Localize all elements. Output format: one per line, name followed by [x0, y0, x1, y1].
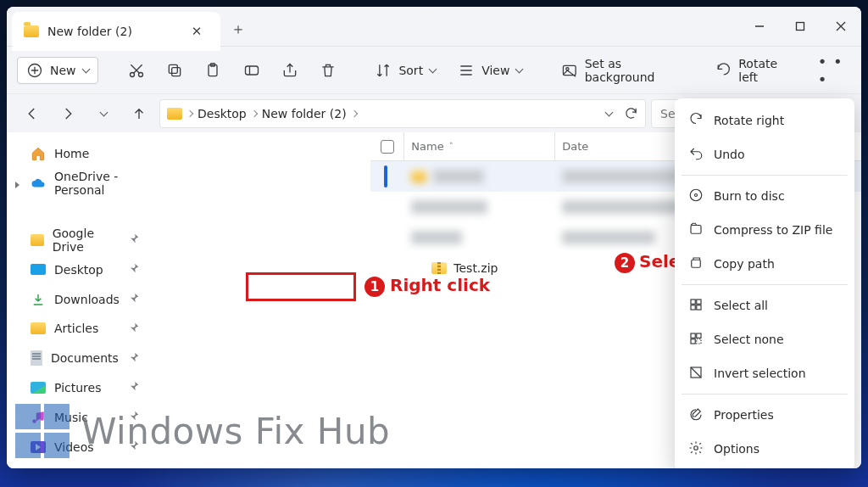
svg-rect-18	[691, 305, 695, 309]
delete-button[interactable]	[311, 55, 344, 86]
svg-rect-9	[564, 65, 576, 75]
chevron-right-icon	[350, 109, 357, 116]
sidebar-item-label: Articles	[54, 322, 98, 335]
new-button[interactable]: New	[17, 57, 98, 84]
sidebar-item-label: OneDrive - Personal	[54, 170, 140, 197]
sidebar-item-home[interactable]: Home	[7, 139, 152, 169]
set-background-button[interactable]: Set as background	[553, 55, 702, 86]
set-background-label: Set as background	[585, 57, 693, 84]
menu-invert[interactable]: Invert selection	[680, 356, 849, 390]
share-button[interactable]	[273, 55, 306, 86]
view-button[interactable]: View	[449, 55, 531, 86]
view-label: View	[481, 64, 509, 77]
trash-icon	[320, 62, 337, 79]
select-all-icon	[688, 297, 704, 315]
active-tab[interactable]: New folder (2) ✕	[12, 12, 220, 51]
up-button[interactable]	[124, 98, 154, 129]
crumb-desktop[interactable]: Desktop	[198, 107, 247, 120]
cut-button[interactable]	[120, 55, 153, 86]
annotation-step-2: 2	[615, 253, 635, 273]
annotation-box-file	[246, 272, 356, 301]
copy-button[interactable]	[159, 55, 192, 86]
menu-item-label: Compress to ZIP file	[714, 223, 832, 237]
paste-button[interactable]	[197, 55, 230, 86]
menu-rotate-right[interactable]: Rotate right	[680, 104, 849, 137]
svg-rect-22	[691, 339, 695, 343]
folder-icon	[411, 171, 426, 182]
sidebar-item-onedrive-personal[interactable]: OneDrive - Personal	[7, 169, 152, 199]
invert-icon	[688, 365, 704, 383]
rotate-right-icon	[688, 112, 704, 130]
chevron-right-icon	[251, 109, 258, 116]
maximize-button[interactable]	[780, 7, 821, 46]
svg-rect-16	[691, 299, 695, 304]
select-all-checkbox[interactable]	[370, 132, 404, 160]
crumb-folder[interactable]: New folder (2)	[262, 107, 347, 120]
annotation-step-1: 1	[364, 277, 385, 297]
chevron-down-icon	[429, 64, 437, 73]
rotate-left-button[interactable]: Rotate left	[707, 55, 808, 86]
watermark-text: Windows Fix Hub	[81, 411, 390, 452]
menu-item-label: Invert selection	[714, 367, 806, 380]
annotation-text-1: Right click	[390, 275, 490, 295]
more-button[interactable]: • • •	[818, 55, 851, 86]
svg-rect-23	[697, 339, 701, 343]
rotate-left-label: Rotate left	[738, 57, 798, 84]
sidebar-item-google-drive[interactable]: Google Drive	[7, 225, 152, 255]
menu-separator	[682, 394, 848, 395]
sidebar-item-documents[interactable]: Documents	[7, 344, 152, 373]
menu-options[interactable]: Options	[680, 432, 849, 466]
minimize-button[interactable]	[739, 7, 780, 46]
column-name[interactable]: Name˄	[404, 132, 555, 160]
image-icon	[561, 62, 578, 79]
new-tab-button[interactable]: ＋	[220, 12, 256, 46]
pin-icon	[128, 351, 140, 366]
pin-icon	[128, 292, 140, 306]
sidebar-item-downloads[interactable]: Downloads	[7, 284, 152, 314]
sidebar-item-label: Pictures	[54, 381, 101, 395]
rotate-left-icon	[715, 62, 732, 79]
back-button[interactable]	[17, 98, 47, 129]
context-menu: Rotate right Undo Burn to disc Compress …	[675, 98, 854, 468]
clipboard-icon	[204, 62, 221, 79]
chevron-down-icon[interactable]	[605, 108, 614, 116]
copy-path-icon	[688, 255, 704, 273]
menu-select-none[interactable]: Select none	[680, 322, 849, 356]
svg-rect-19	[697, 305, 701, 309]
rename-icon	[243, 62, 260, 79]
svg-rect-4	[172, 67, 181, 76]
close-window-button[interactable]	[821, 7, 861, 46]
sort-button[interactable]: Sort	[366, 55, 444, 86]
pin-icon	[128, 322, 140, 336]
sort-icon	[375, 62, 392, 79]
breadcrumb[interactable]: Desktop New folder (2)	[159, 99, 646, 128]
select-none-icon	[688, 331, 704, 349]
forward-button[interactable]	[53, 98, 83, 129]
rename-button[interactable]	[235, 55, 268, 86]
command-bar: New Sort View Set as background Rotate l…	[7, 46, 861, 93]
menu-copy-path[interactable]: Copy path	[680, 247, 849, 281]
menu-undo[interactable]: Undo	[680, 137, 849, 171]
menu-zip[interactable]: Compress to ZIP file	[680, 213, 849, 247]
menu-disc[interactable]: Burn to disc	[680, 179, 849, 213]
menu-select-all[interactable]: Select all	[680, 288, 849, 322]
menu-item-label: Undo	[714, 148, 745, 161]
new-button-label: New	[50, 64, 76, 77]
sidebar-item-label: Downloads	[54, 293, 120, 306]
menu-item-label: Burn to disc	[714, 189, 785, 203]
close-tab-button[interactable]: ✕	[185, 20, 209, 43]
pin-icon	[128, 232, 140, 247]
options-icon	[688, 440, 704, 458]
tab-title: New folder (2)	[47, 25, 176, 38]
refresh-icon[interactable]	[624, 106, 638, 120]
sidebar-item-pictures[interactable]: Pictures	[7, 373, 152, 403]
menu-properties[interactable]: Properties	[680, 398, 849, 432]
svg-rect-0	[797, 23, 804, 31]
recent-button[interactable]	[88, 98, 119, 129]
sidebar-item-label: Home	[54, 147, 89, 160]
menu-item-label: Properties	[714, 408, 774, 422]
svg-rect-15	[692, 260, 701, 267]
sidebar-item-articles[interactable]: Articles	[7, 314, 152, 344]
svg-rect-17	[697, 299, 701, 304]
sidebar-item-desktop[interactable]: Desktop	[7, 255, 152, 284]
